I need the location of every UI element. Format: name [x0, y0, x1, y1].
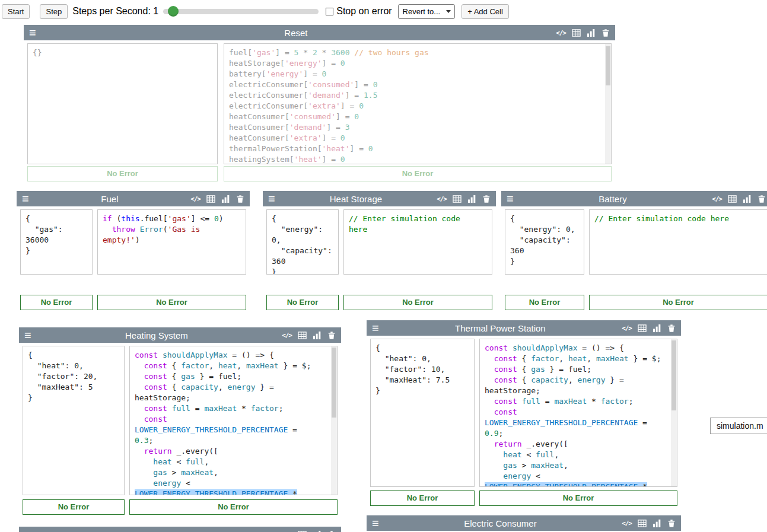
state-pane[interactable]: {} [27, 43, 218, 164]
drag-handle-icon[interactable]: ≡ [372, 517, 379, 529]
code-line: energy < [135, 478, 325, 489]
code-token: = [190, 404, 204, 413]
chart-view-icon[interactable] [313, 331, 322, 340]
scrollbar-thumb[interactable] [332, 348, 336, 418]
table-view-icon[interactable] [206, 195, 215, 203]
code-token: { [167, 361, 181, 370]
code-token [135, 457, 153, 466]
code-token: heat [503, 450, 521, 459]
state-pane[interactable]: { "gas": 36000 } [20, 209, 93, 275]
drag-handle-icon[interactable]: ≡ [372, 322, 379, 334]
slider-track[interactable] [163, 9, 319, 14]
state-pane[interactable]: { "heat": 0, "factor": 10, "maxHeat": 7.… [370, 339, 475, 487]
code-pane[interactable]: // Enter simulation codehere [343, 209, 492, 275]
drag-handle-icon[interactable]: ≡ [22, 193, 29, 205]
code-token: 'demand' [289, 123, 327, 132]
table-view-icon[interactable] [638, 519, 647, 528]
scrollbar[interactable] [671, 339, 677, 486]
code-view-icon[interactable]: </> [282, 530, 292, 532]
code-view-icon[interactable]: </> [622, 324, 632, 333]
code-token: maxHeat [181, 468, 214, 477]
add-cell-button[interactable]: + Add Cell [462, 4, 509, 19]
code-view-icon[interactable]: </> [622, 519, 632, 528]
code-token: heatConsumer[ [229, 112, 289, 121]
scrollbar-thumb[interactable] [671, 340, 676, 410]
code-token: 2 [313, 48, 317, 57]
delete-cell-icon[interactable] [601, 28, 610, 37]
revert-to-select[interactable]: Revert to... [398, 4, 456, 19]
code-view-icon[interactable]: </> [556, 28, 566, 37]
chart-view-icon[interactable] [653, 519, 661, 528]
table-view-icon[interactable] [298, 331, 307, 340]
table-view-icon[interactable] [298, 530, 307, 532]
step-button[interactable]: Step [40, 4, 68, 19]
code-token: ] = [275, 48, 294, 57]
code-pane[interactable]: fuel['gas'] = 5 * 2 * 3600 // two hours … [224, 43, 612, 164]
stop-on-error-checkbox[interactable] [326, 8, 333, 15]
delete-cell-icon[interactable] [482, 195, 491, 203]
slider-thumb[interactable] [168, 6, 179, 17]
code-line: 0.9; [485, 428, 665, 439]
drag-handle-icon[interactable]: ≡ [507, 193, 514, 205]
state-pane[interactable]: { "heat": 0, "factor": 20, "maxHeat": 5 … [23, 346, 125, 495]
drag-handle-icon[interactable]: ≡ [24, 528, 31, 532]
start-button[interactable]: Start [2, 4, 30, 19]
drag-handle-icon[interactable]: ≡ [29, 27, 36, 39]
delete-cell-icon[interactable] [236, 195, 244, 203]
table-view-icon[interactable] [572, 28, 581, 37]
cell-header: ≡Heat Storage</> [263, 191, 496, 206]
code-token: } = [606, 375, 624, 384]
chart-view-icon[interactable] [467, 195, 476, 203]
cell-body: { "heat": 0, "factor": 20, "maxHeat": 5 … [19, 343, 341, 495]
drag-handle-icon[interactable]: ≡ [24, 329, 31, 341]
table-view-icon[interactable] [638, 324, 647, 333]
state-pane[interactable]: { "energy": 0, "capacity": 360 } [266, 209, 339, 275]
cell-title: Heating System [31, 330, 282, 340]
delete-cell-icon[interactable] [667, 324, 676, 333]
table-view-icon[interactable] [453, 195, 462, 203]
code-pane[interactable]: if (this.fuel['gas'] <= 0) throw Error('… [97, 209, 246, 275]
cell-body: {}fuel['gas'] = 5 * 2 * 3600 // two hour… [24, 40, 615, 164]
code-line: LOWER_ENERGY_THRESHOLD_PERCENTAGE = [135, 425, 325, 435]
code-pane[interactable]: const shouldApplyMax = () => { const { f… [129, 346, 338, 495]
chart-view-icon[interactable] [743, 195, 752, 203]
delete-cell-icon[interactable] [667, 519, 676, 528]
code-pane[interactable]: // Enter simulation code here [589, 209, 767, 275]
code-token: 0 [368, 144, 373, 153]
error-status: No Error [479, 490, 677, 506]
code-line: thermalPowerStation['heat'] = 0 [229, 144, 599, 154]
cell-title: Thermal Power Station [379, 323, 622, 333]
delete-cell-icon[interactable] [758, 195, 766, 203]
drag-handle-icon[interactable]: ≡ [268, 193, 275, 205]
table-view-icon[interactable] [728, 195, 737, 203]
delete-cell-icon[interactable] [327, 331, 336, 340]
code-token: 'extra' [289, 133, 322, 142]
code-token: factor [531, 354, 559, 363]
steps-per-second-slider[interactable] [163, 5, 319, 17]
chart-view-icon[interactable] [653, 324, 661, 333]
chart-view-icon[interactable] [587, 28, 596, 37]
delete-cell-icon[interactable] [327, 530, 336, 532]
chart-view-icon[interactable] [221, 195, 230, 203]
code-token: electricConsumer[ [229, 91, 308, 100]
code-token: ; [498, 429, 503, 438]
code-token [103, 225, 112, 234]
code-view-icon[interactable]: </> [437, 195, 447, 203]
code-token: = () => { [228, 351, 274, 359]
scrollbar-thumb[interactable] [606, 46, 610, 85]
code-view-icon[interactable]: </> [712, 195, 722, 203]
chart-view-icon[interactable] [313, 530, 322, 532]
code-view-icon[interactable]: </> [282, 331, 292, 340]
state-pane[interactable]: { "energy": 0, "capacity": 360 } [505, 209, 584, 275]
code-token [517, 397, 522, 406]
code-token: 3 [345, 123, 350, 132]
code-token: ] = [326, 123, 345, 132]
error-status: No Error [370, 490, 475, 506]
code-token: ) [135, 235, 140, 244]
code-pane[interactable]: const shouldApplyMax = () => { const { f… [479, 339, 677, 487]
select-caret-icon [446, 10, 451, 13]
scrollbar[interactable] [331, 346, 337, 495]
code-view-icon[interactable]: </> [190, 195, 200, 203]
scrollbar[interactable] [605, 44, 611, 164]
code-token: ] = [350, 144, 368, 153]
